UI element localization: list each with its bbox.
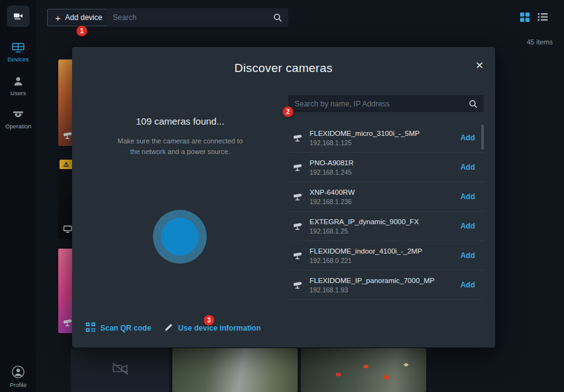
add-camera-link[interactable]: Add — [461, 281, 475, 289]
add-device-button[interactable]: + Add device — [47, 9, 110, 26]
step-badge-2: 2 — [283, 106, 293, 117]
list-view-icon[interactable] — [538, 13, 548, 24]
sidebar-item-users[interactable]: Users — [0, 76, 36, 96]
camera-list-item[interactable]: FLEXIDOME_indoor_4100i_-_2MP192.168.0.22… — [288, 241, 484, 271]
camera-ip: 192.168.1.25 — [310, 227, 461, 235]
cctv-camera-icon — [293, 281, 303, 289]
scan-qr-label: Scan QR code — [100, 324, 151, 333]
monitor-icon — [63, 225, 72, 234]
scan-pulse-core — [161, 218, 199, 255]
list-scrollbar[interactable] — [481, 125, 484, 150]
camera-name: EXTEGRA_IP_dynamic_9000_FX — [310, 218, 461, 225]
cctv-camera-icon — [293, 163, 303, 172]
video-wall-icon — [12, 43, 24, 53]
camera-list-item[interactable]: PNO-A9081R192.168.1.245 Add — [288, 153, 484, 182]
sidebar-item-label: Users — [11, 90, 26, 96]
camera-off-icon — [112, 362, 129, 378]
camera-search — [288, 95, 484, 112]
logo-camera-icon — [13, 11, 24, 21]
global-search — [107, 8, 288, 27]
camera-ip: 192.168.0.221 — [310, 257, 461, 264]
sidebar-item-profile[interactable]: Profile — [0, 365, 36, 388]
camera-ip: 192.168.1.125 — [310, 139, 461, 147]
cameras-found-text: 109 cameras found... — [72, 116, 288, 126]
sidebar-item-label: Profile — [10, 381, 27, 388]
camera-list-item[interactable]: FLEXIDOME_micro_3100i_-_5MP192.168.1.125… — [288, 123, 484, 153]
add-camera-link[interactable]: Add — [461, 133, 475, 142]
scan-pulse-indicator — [153, 210, 207, 264]
camera-name: FLEXIDOME_indoor_4100i_-_2MP — [310, 247, 461, 255]
camera-tile-offline[interactable] — [71, 348, 169, 392]
camera-name: XNP-6400RW — [310, 188, 461, 196]
items-count: 45 items — [509, 38, 553, 46]
cctv-camera-icon — [293, 252, 303, 260]
dialog-title: Discover cameras — [72, 61, 495, 75]
close-icon[interactable]: ✕ — [476, 61, 484, 71]
camera-ip: 192.168.1.245 — [310, 168, 461, 176]
app-window: D2... ⚠ Acti... 19... Cl... Devices — [0, 0, 564, 392]
step-badge-1: 1 — [76, 26, 87, 36]
camera-name: FLEXIDOME_IP_panoramic_7000_MP — [310, 277, 461, 284]
camera-list-item[interactable]: AUTODOME_7100i Add — [288, 300, 484, 308]
add-device-label: Add device — [65, 13, 102, 22]
camera-name: FLEXIDOME_micro_3100i_-_5MP — [310, 130, 461, 137]
sidebar-item-operation[interactable]: Operation — [0, 111, 36, 130]
camera-name: PNO-A9081R — [310, 159, 461, 167]
hint-text: Make sure the cameras are connected to t… — [72, 136, 288, 157]
profile-icon — [11, 365, 25, 379]
add-camera-link[interactable]: Add — [461, 222, 475, 230]
camera-ip: 192.168.1.236 — [310, 198, 461, 205]
sidebar-item-label: Operation — [5, 123, 31, 130]
camera-tile[interactable] — [172, 348, 298, 392]
camera-search-input[interactable] — [288, 95, 469, 112]
plus-icon: + — [55, 13, 61, 23]
pencil-icon — [165, 323, 173, 333]
dome-camera-icon — [12, 111, 24, 120]
camera-list-item[interactable]: EXTEGRA_IP_dynamic_9000_FX192.168.1.25 A… — [288, 212, 484, 241]
search-icon — [469, 100, 478, 108]
scan-qr-link[interactable]: Scan QR code — [86, 322, 151, 334]
user-icon — [13, 76, 24, 87]
camera-list-item[interactable]: XNP-6400RW192.168.1.236 Add — [288, 182, 484, 212]
warning-icon: ⚠ — [63, 161, 69, 168]
step-badge-3: 3 — [204, 315, 214, 326]
grid-view-icon[interactable] — [520, 13, 530, 24]
discover-cameras-dialog: Discover cameras ✕ 109 cameras found... … — [72, 47, 495, 348]
add-camera-link[interactable]: Add — [461, 192, 475, 201]
add-camera-link[interactable]: Add — [461, 163, 475, 172]
cctv-camera-icon — [293, 222, 303, 230]
cctv-camera-icon — [293, 193, 303, 201]
use-device-info-label: Use device information — [178, 324, 261, 333]
discovered-camera-list: FLEXIDOME_micro_3100i_-_5MP192.168.1.125… — [288, 123, 484, 308]
use-device-info-link[interactable]: Use device information — [165, 323, 261, 333]
search-input[interactable] — [107, 8, 273, 27]
camera-tile[interactable] — [301, 348, 426, 392]
sidebar-item-devices[interactable]: Devices — [0, 43, 36, 63]
sidebar: Devices Users Operation Profile — [0, 0, 36, 392]
camera-ip: 192.168.1.93 — [310, 286, 461, 294]
cctv-camera-icon — [293, 134, 303, 142]
app-logo[interactable] — [7, 6, 29, 27]
search-icon — [273, 13, 282, 22]
camera-list-item[interactable]: FLEXIDOME_IP_panoramic_7000_MP192.168.1.… — [288, 271, 484, 300]
sidebar-item-label: Devices — [8, 56, 29, 63]
add-camera-link[interactable]: Add — [461, 251, 475, 260]
qr-code-icon — [86, 322, 95, 334]
